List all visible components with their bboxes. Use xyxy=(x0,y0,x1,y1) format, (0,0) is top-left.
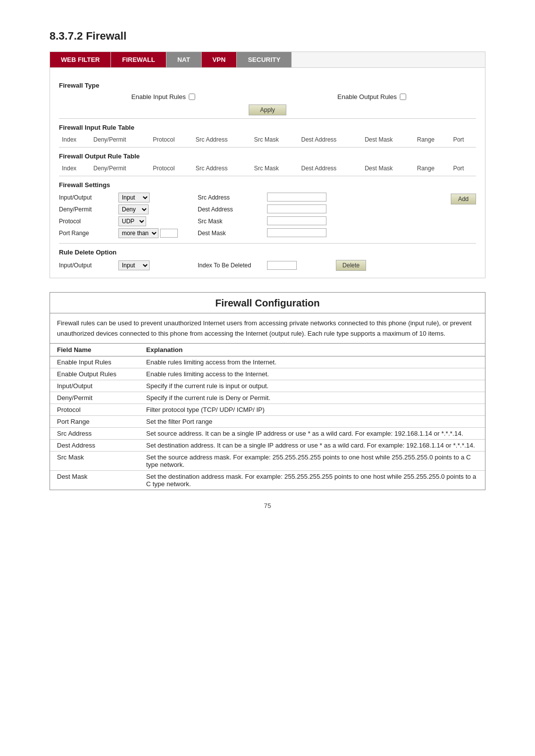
input-col-index: Index xyxy=(59,135,91,144)
tab-nat[interactable]: NAT xyxy=(166,52,202,67)
page-title: 8.3.7.2 Firewall xyxy=(50,30,485,43)
info-table-row: Src AddressSet source address. It can be… xyxy=(50,427,485,439)
tab-vpn[interactable]: VPN xyxy=(202,52,237,67)
input-output-control: Input Output xyxy=(118,193,198,202)
info-field-explanation: Filter protocol type (TCP/ UDP/ ICMP/ IP… xyxy=(139,403,485,415)
index-delete-label: Index To Be Deleted xyxy=(198,260,267,270)
info-field-name: Enable Input Rules xyxy=(50,356,139,368)
tab-webfilter[interactable]: WEB FILTER xyxy=(50,52,111,67)
info-field-explanation: Set destination address. It can be a sin… xyxy=(139,439,485,451)
info-table-row: Dest AddressSet destination address. It … xyxy=(50,439,485,451)
output-col-index: Index xyxy=(59,164,91,173)
info-field-name: Deny/Permit xyxy=(50,392,139,403)
input-col-deny-permit: Deny/Permit xyxy=(91,135,150,144)
info-field-explanation: Set the filter Port range xyxy=(139,415,485,427)
info-table-row: ProtocolFilter protocol type (TCP/ UDP/ … xyxy=(50,403,485,415)
output-col-deny-permit: Deny/Permit xyxy=(91,164,150,173)
info-table-row: Dest MaskSet the destination address mas… xyxy=(50,470,485,490)
rule-delete-grid: Input/Output Input Output Index To Be De… xyxy=(59,260,476,271)
output-col-dest-addr: Dest Address xyxy=(298,164,362,173)
output-rule-table: Index Deny/Permit Protocol Src Address S… xyxy=(59,164,476,173)
tab-bar: WEB FILTER FIREWALL NAT VPN SECURITY xyxy=(50,51,485,68)
src-address-input-wrap xyxy=(267,193,436,202)
enable-output-rules-label: Enable Output Rules xyxy=(337,93,397,101)
enable-output-rules-group: Enable Output Rules xyxy=(268,93,476,101)
delete-button[interactable]: Delete xyxy=(336,260,366,271)
info-table-row: Port RangeSet the filter Port range xyxy=(50,415,485,427)
deny-permit-label: Deny/Permit xyxy=(59,204,118,214)
input-rule-table: Index Deny/Permit Protocol Src Address S… xyxy=(59,135,476,144)
input-col-dest-mask: Dest Mask xyxy=(362,135,414,144)
info-box: Firewall Configuration Firewall rules ca… xyxy=(50,292,485,490)
info-field-name: Src Address xyxy=(50,427,139,439)
info-field-name: Port Range xyxy=(50,415,139,427)
input-output-select[interactable]: Input Output xyxy=(118,193,150,202)
input-col-range: Range xyxy=(414,135,450,144)
src-address-input[interactable] xyxy=(267,193,326,202)
info-table-row: Deny/PermitSpecify if the current rule i… xyxy=(50,392,485,403)
protocol-label: Protocol xyxy=(59,216,118,226)
info-field-explanation: Set the destination address mask. For ex… xyxy=(139,470,485,490)
enable-output-rules-checkbox[interactable] xyxy=(400,94,406,100)
dest-address-input[interactable] xyxy=(267,204,326,213)
info-col-explanation: Explanation xyxy=(139,344,485,356)
info-table-row: Input/OutputSpecify if the current rule … xyxy=(50,380,485,392)
info-field-explanation: Specify if the current rule is input or … xyxy=(139,380,485,392)
output-col-port: Port xyxy=(450,164,476,173)
info-field-explanation: Enable rules limiting access from the In… xyxy=(139,356,485,368)
output-col-protocol: Protocol xyxy=(150,164,193,173)
input-col-port: Port xyxy=(450,135,476,144)
input-rule-table-label: Firewall Input Rule Table xyxy=(59,124,476,131)
input-col-src-mask: Src Mask xyxy=(251,135,298,144)
port-range-select[interactable]: more than less than equal xyxy=(118,228,159,238)
output-col-range: Range xyxy=(414,164,450,173)
src-mask-input[interactable] xyxy=(267,216,326,225)
src-mask-label: Src Mask xyxy=(198,216,267,226)
info-box-title: Firewall Configuration xyxy=(50,293,485,313)
info-field-explanation: Set the source address mask. For example… xyxy=(139,451,485,470)
info-field-explanation: Set source address. It can be a single I… xyxy=(139,427,485,439)
input-col-dest-addr: Dest Address xyxy=(298,135,362,144)
info-field-name: Protocol xyxy=(50,403,139,415)
info-field-name: Dest Mask xyxy=(50,470,139,490)
info-table-row: Enable Output RulesEnable rules limiting… xyxy=(50,368,485,380)
src-address-label: Src Address xyxy=(198,193,267,202)
deny-permit-select[interactable]: Deny Permit xyxy=(118,204,149,214)
rule-delete-label: Rule Delete Option xyxy=(59,249,476,256)
output-rule-table-label: Firewall Output Rule Table xyxy=(59,152,476,160)
index-delete-input[interactable] xyxy=(267,261,297,270)
add-button[interactable]: Add xyxy=(451,194,476,204)
firewall-type-row: Enable Input Rules Enable Output Rules xyxy=(59,93,476,101)
port-range-value-input[interactable] xyxy=(160,229,178,238)
info-field-name: Dest Address xyxy=(50,439,139,451)
tab-security[interactable]: SECURITY xyxy=(237,52,292,67)
info-field-name: Input/Output xyxy=(50,380,139,392)
input-col-protocol: Protocol xyxy=(150,135,193,144)
output-col-src-addr: Src Address xyxy=(193,164,251,173)
input-output-label: Input/Output xyxy=(59,193,118,202)
tab-firewall[interactable]: FIREWALL xyxy=(111,52,166,67)
dest-mask-input[interactable] xyxy=(267,228,326,237)
protocol-select[interactable]: UDP TCP ICMP IP xyxy=(118,216,146,226)
apply-button[interactable]: Apply xyxy=(249,104,286,115)
firewall-panel: Firewall Type Enable Input Rules Enable … xyxy=(50,68,485,278)
output-col-src-mask: Src Mask xyxy=(251,164,298,173)
dest-address-label: Dest Address xyxy=(198,204,267,214)
enable-input-rules-label: Enable Input Rules xyxy=(131,93,186,101)
info-field-name: Enable Output Rules xyxy=(50,368,139,380)
info-table-row: Enable Input RulesEnable rules limiting … xyxy=(50,356,485,368)
output-col-dest-mask: Dest Mask xyxy=(362,164,414,173)
page-number: 75 xyxy=(50,502,485,509)
delete-input-output-select[interactable]: Input Output xyxy=(118,260,150,270)
info-col-field: Field Name xyxy=(50,344,139,356)
info-table-row: Src MaskSet the source address mask. For… xyxy=(50,451,485,470)
info-field-name: Src Mask xyxy=(50,451,139,470)
enable-input-rules-group: Enable Input Rules xyxy=(59,93,268,101)
info-box-description: Firewall rules can be used to prevent un… xyxy=(50,313,485,344)
enable-input-rules-checkbox[interactable] xyxy=(189,94,195,100)
firewall-settings-grid: Input/Output Input Output Src Address Ad… xyxy=(59,193,476,238)
dest-mask-label: Dest Mask xyxy=(198,228,267,238)
info-field-explanation: Enable rules limiting access to the Inte… xyxy=(139,368,485,380)
port-range-label: Port Range xyxy=(59,228,118,238)
firewall-type-label: Firewall Type xyxy=(59,82,476,89)
